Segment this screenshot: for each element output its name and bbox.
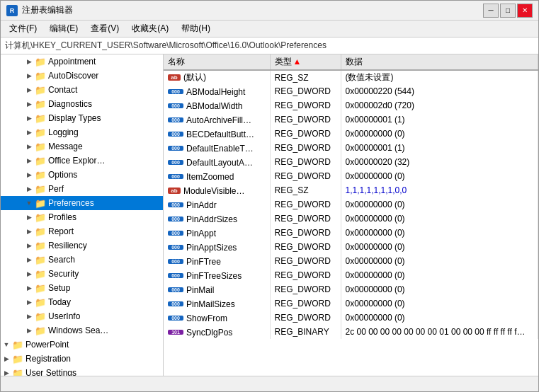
tree-item-windows-sea[interactable]: ▶📁Windows Sea… [1,323,163,338]
cell-type-6: REG_DWORD [270,155,341,169]
reg-binary-icon: 101 [168,330,183,335]
reg-name-text-18: SyncDlgPos [186,328,232,338]
tree-item-resiliency[interactable]: ▶📁Resiliency [1,238,163,253]
folder-icon-resiliency: 📁 [35,240,46,251]
cell-type-9: REG_DWORD [270,197,341,212]
expand-icon-userinfo[interactable]: ▶ [23,311,35,322]
tree-item-display-types[interactable]: ▶📁Display Types [1,111,163,125]
cell-data-4: 0x00000000 (0) [341,127,538,141]
menu-help[interactable]: 帮助(H) [176,21,216,36]
cell-name-10: 000PinAddrSizes [164,212,270,226]
table-row[interactable]: 000PinMailREG_DWORD0x00000000 (0) [164,282,538,296]
tree-item-search[interactable]: ▶📁Search [1,253,163,267]
tree-item-perf[interactable]: ▶📁Perf [1,182,163,196]
expand-icon-message[interactable]: ▶ [23,141,35,152]
expand-icon-windows-sea[interactable]: ▶ [23,325,35,336]
table-row[interactable]: 000PinApptREG_DWORD0x00000000 (0) [164,226,538,240]
expand-icon-report[interactable]: ▶ [23,226,35,237]
tree-item-setup[interactable]: ▶📁Setup [1,281,163,295]
tree-item-options[interactable]: ▶📁Options [1,168,163,182]
reg-dword-icon: 000 [168,117,183,122]
expand-icon-perf[interactable]: ▶ [23,183,35,195]
cell-name-7: 000ItemZoomed [164,169,270,183]
menu-file[interactable]: 文件(F) [4,21,42,36]
expand-icon-contact[interactable]: ▶ [23,84,35,96]
table-row[interactable]: 000DefaultEnableT…REG_DWORD0x00000001 (1… [164,141,538,155]
table-row[interactable]: 000PinAddrSizesREG_DWORD0x00000000 (0) [164,212,538,226]
expand-icon-user-settings[interactable]: ▶ [1,367,12,376]
table-row[interactable]: 000DefaultLayoutA…REG_DWORD0x00000020 (3… [164,155,538,169]
tree-item-profiles[interactable]: ▶📁Profiles [1,210,163,224]
table-row[interactable]: 000ItemZoomedREG_DWORD0x00000000 (0) [164,169,538,183]
table-row[interactable]: 000PinAddrREG_DWORD0x00000000 (0) [164,197,538,212]
table-row[interactable]: 000PinMailSizesREG_DWORD0x00000000 (0) [164,296,538,311]
tree-item-today[interactable]: ▶📁Today [1,295,163,309]
col-header-name[interactable]: 名称 [164,54,270,70]
expand-icon-security[interactable]: ▶ [23,268,35,279]
tree-item-userinfo[interactable]: ▶📁UserInfo [1,309,163,323]
tree-item-report[interactable]: ▶📁Report [1,224,163,238]
tree-label-preferences: Preferences [48,198,94,208]
tree-item-autodiscover[interactable]: ▶📁AutoDiscover [1,69,163,83]
tree-item-registration[interactable]: ▶📁Registration [1,352,163,366]
reg-sz-icon: ab [168,74,181,81]
expand-icon-options[interactable]: ▶ [23,169,35,180]
reg-dword-icon: 000 [168,89,183,94]
expand-icon-today[interactable]: ▶ [23,296,35,308]
table-row[interactable]: 000PinApptSizesREG_DWORD0x00000000 (0) [164,240,538,254]
table-row[interactable]: 000BECDefaultButt…REG_DWORD0x00000000 (0… [164,127,538,141]
tree-item-logging[interactable]: ▶📁Logging [1,125,163,139]
col-header-type[interactable]: 类型▲ [270,54,341,70]
cell-name-0: ab(默认) [164,70,270,84]
cell-name-18: 101SyncDlgPos [164,325,270,339]
expand-icon-diagnostics[interactable]: ▶ [23,98,35,110]
cell-data-1: 0x00000220 (544) [341,84,538,98]
tree-item-preferences[interactable]: ▼📁Preferences [1,196,163,210]
tree-item-appointment[interactable]: ▶📁Appointment [1,54,163,69]
table-row[interactable]: 000AutoArchiveFill…REG_DWORD0x00000001 (… [164,113,538,127]
expand-icon-registration[interactable]: ▶ [1,353,12,364]
cell-type-16: REG_DWORD [270,296,341,311]
table-row[interactable]: ab(默认)REG_SZ(数值未设置) [164,70,538,84]
table-row[interactable]: 000ABModalWidthREG_DWORD0x000002d0 (720) [164,98,538,113]
tree-item-powerpoint[interactable]: ▼📁PowerPoint [1,338,163,352]
tree-item-office-explor[interactable]: ▶📁Office Explor… [1,154,163,168]
menu-edit[interactable]: 编辑(E) [44,21,84,36]
expand-icon-powerpoint[interactable]: ▼ [1,339,12,350]
reg-name-text-6: DefaultLayoutA… [186,158,253,168]
expand-icon-display-types[interactable]: ▶ [23,113,35,124]
name-wrap-16: 000PinMailSizes [168,299,235,309]
cell-name-3: 000AutoArchiveFill… [164,113,270,127]
expand-icon-search[interactable]: ▶ [23,254,35,265]
cell-name-13: 000PinFTree [164,254,270,268]
tree-item-message[interactable]: ▶📁Message [1,139,163,154]
minimize-button[interactable]: ─ [483,4,499,18]
tree-item-user-settings[interactable]: ▶📁User Settings [1,366,163,376]
expand-icon-autodiscover[interactable]: ▶ [23,70,35,81]
folder-icon-report: 📁 [35,226,46,237]
table-row[interactable]: 000PinFTreeREG_DWORD0x00000000 (0) [164,254,538,268]
table-row[interactable]: 000PinFTreeSizesREG_DWORD0x00000000 (0) [164,268,538,282]
menu-view[interactable]: 查看(V) [85,21,125,36]
col-header-data[interactable]: 数据 [341,54,538,70]
tree-item-contact[interactable]: ▶📁Contact [1,83,163,97]
expand-icon-office-explor[interactable]: ▶ [23,155,35,166]
cell-data-18: 2c 00 00 00 00 00 00 00 01 00 00 00 ff f… [341,325,538,339]
expand-icon-logging[interactable]: ▶ [23,127,35,138]
table-row[interactable]: 101SyncDlgPosREG_BINARY2c 00 00 00 00 00… [164,325,538,339]
expand-icon-resiliency[interactable]: ▶ [23,240,35,251]
expand-icon-preferences[interactable]: ▼ [23,197,35,209]
tree-label-user-settings: User Settings [25,368,76,376]
tree-item-diagnostics[interactable]: ▶📁Diagnostics [1,97,163,111]
window-controls: ─ □ ✕ [483,4,533,18]
menu-favorites[interactable]: 收藏夹(A) [126,21,174,36]
table-row[interactable]: 000ShowFromREG_DWORD0x00000000 (0) [164,311,538,325]
expand-icon-appointment[interactable]: ▶ [23,56,35,67]
expand-icon-setup[interactable]: ▶ [23,282,35,294]
tree-item-security[interactable]: ▶📁Security [1,267,163,281]
maximize-button[interactable]: □ [500,4,516,18]
table-row[interactable]: 000ABModalHeightREG_DWORD0x00000220 (544… [164,84,538,98]
expand-icon-profiles[interactable]: ▶ [23,212,35,223]
close-button[interactable]: ✕ [517,4,533,18]
table-row[interactable]: abModuleVisible…REG_SZ1,1,1,1,1,1,1,0,0 [164,183,538,197]
